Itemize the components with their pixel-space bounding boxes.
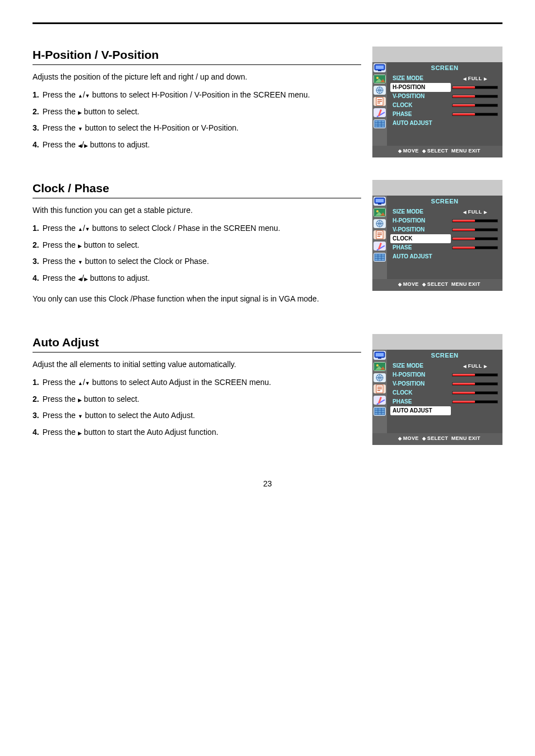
- osd-item-label: AUTO ADJUST: [390, 252, 451, 261]
- down-arrow-icon: [78, 257, 83, 266]
- right-arrow-icon: [78, 428, 82, 437]
- down-arrow-icon: [85, 224, 90, 233]
- osd-item-value: [451, 400, 499, 404]
- down-arrow-icon: [78, 411, 83, 420]
- step: 2.Press the button to select.: [33, 394, 361, 405]
- osd-slider: [452, 400, 498, 404]
- osd-category-icon: [372, 230, 387, 240]
- osd-item-label: SIZE MODE: [390, 361, 451, 370]
- step-text: Press the button to select.: [43, 107, 140, 116]
- diamond-icon: [395, 281, 403, 287]
- step-text: Press the button to select the H-Positio…: [43, 123, 239, 132]
- right-arrow-icon: [84, 273, 88, 282]
- osd-footer: MOVESELECT MENU EXIT: [372, 433, 502, 445]
- osd-sidebar: [372, 350, 387, 433]
- osd-footer: MOVESELECT MENU EXIT: [372, 279, 502, 291]
- up-arrow-icon: [78, 90, 83, 99]
- osd-slider: [452, 391, 498, 395]
- step-number: 3.: [33, 123, 39, 132]
- osd-item-value: FULL: [451, 363, 499, 370]
- osd-sidebar: [372, 62, 387, 146]
- osd-slider: [452, 85, 498, 90]
- step-text: Press the button to select.: [43, 240, 140, 249]
- osd-item-label: PHASE: [390, 397, 451, 406]
- footer-move: MOVE: [403, 281, 419, 287]
- osd-sidebar: [372, 196, 387, 279]
- down-arrow-icon: [78, 123, 83, 132]
- osd-row: H-POSITION: [387, 83, 502, 92]
- footer-menu-exit: MENU EXIT: [451, 148, 481, 154]
- osd-category-icon: [372, 219, 387, 229]
- step: 2.Press the button to select.: [33, 106, 361, 118]
- svg-rect-31: [376, 353, 384, 356]
- osd-slider: [452, 245, 498, 250]
- osd-row: PHASE: [387, 110, 502, 119]
- step-text: Press the / buttons to select H-Position…: [43, 90, 310, 99]
- svg-rect-11: [377, 103, 380, 104]
- svg-point-4: [376, 77, 379, 79]
- osd-row: H-POSITION: [387, 370, 502, 379]
- osd-slider: [452, 236, 498, 241]
- step: 1.Press the / buttons to select Clock / …: [33, 223, 361, 234]
- osd-item-label: PHASE: [390, 110, 451, 119]
- section-clock-phase: Clock / Phase With this function you can…: [33, 180, 502, 312]
- svg-rect-16: [376, 199, 384, 202]
- svg-rect-14: [375, 120, 385, 127]
- footer-menu-exit: MENU EXIT: [451, 435, 481, 441]
- osd-body: SCREENSIZE MODEFULLH-POSITIONV-POSITIONC…: [372, 350, 502, 433]
- osd-slider: [452, 112, 498, 117]
- heading-hv: H-Position / V-Position: [33, 47, 361, 65]
- osd-category-icon: [372, 395, 387, 405]
- osd-row: H-POSITION: [387, 216, 502, 225]
- osd-item-value: [451, 103, 499, 108]
- step: 4.Press the button to start the Auto Adj…: [33, 427, 361, 438]
- step-number: 2.: [33, 107, 39, 116]
- osd-row: CLOCK: [387, 388, 502, 397]
- osd-item-value: FULL: [451, 208, 499, 216]
- osd-item-value: [451, 382, 499, 386]
- osd-category-icon: [372, 361, 387, 372]
- osd-item-value: FULL: [451, 75, 499, 82]
- osd-row: SIZE MODEFULL: [387, 74, 502, 83]
- osd-row: V-POSITION: [387, 379, 502, 388]
- svg-point-19: [376, 210, 379, 212]
- osd-item-value: [451, 219, 499, 223]
- footer-menu-exit: MENU EXIT: [451, 281, 481, 287]
- step: 3.Press the button to select the H-Posit…: [33, 123, 361, 134]
- svg-rect-28: [378, 243, 382, 249]
- right-arrow-icon: [78, 240, 82, 249]
- osd-item-value: [451, 228, 499, 232]
- osd-item-value: [451, 245, 499, 250]
- svg-rect-43: [378, 397, 382, 403]
- svg-rect-44: [375, 408, 385, 415]
- svg-rect-39: [377, 387, 382, 388]
- osd-figure-auto: SCREENSIZE MODEFULLH-POSITIONV-POSITIONC…: [372, 334, 502, 445]
- step-number: 3.: [33, 257, 39, 266]
- osd-item-label: AUTO ADJUST: [390, 406, 451, 415]
- footer-select: SELECT: [427, 148, 448, 154]
- osd-item-label: V-POSITION: [390, 225, 451, 234]
- svg-rect-1: [376, 66, 384, 69]
- svg-rect-9: [377, 99, 382, 100]
- footer-move: MOVE: [403, 435, 419, 441]
- step: 1.Press the / buttons to select Auto Adj…: [33, 377, 361, 388]
- osd-top-margin: [372, 334, 502, 350]
- section-auto-adjust: Auto Adjust Adjust the all elements to i…: [33, 334, 502, 445]
- svg-rect-24: [377, 233, 382, 234]
- osd-value-text: FULL: [463, 75, 487, 82]
- diamond-icon: [419, 435, 427, 441]
- step: 3.Press the button to select the Clock o…: [33, 256, 361, 267]
- osd-title: SCREEN: [387, 350, 502, 361]
- osd-panel: SCREENSIZE MODEFULLH-POSITIONV-POSITIONC…: [372, 334, 502, 445]
- step: 3.Press the button to select the Auto Ad…: [33, 410, 361, 421]
- osd-category-icon: [372, 119, 387, 129]
- intro-hv: Adjusts the position of the picture left…: [33, 72, 361, 83]
- step-number: 4.: [33, 273, 39, 282]
- osd-slider: [452, 373, 498, 377]
- osd-category-icon: [372, 85, 387, 95]
- osd-category-icon: [372, 252, 387, 262]
- footer-select: SELECT: [427, 435, 448, 441]
- osd-category-icon: [372, 207, 387, 217]
- svg-rect-26: [377, 236, 380, 237]
- step: 4.Press the / buttons to adjust.: [33, 140, 361, 151]
